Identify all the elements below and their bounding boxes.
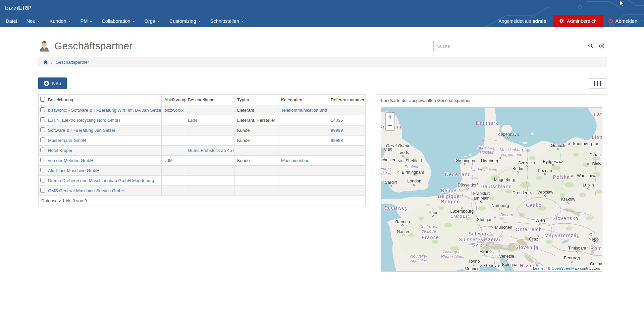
row-checkbox[interactable] xyxy=(40,168,45,172)
row-checkbox[interactable] xyxy=(40,107,45,112)
menu-item-label: Neu xyxy=(26,18,36,24)
row-checkbox[interactable] xyxy=(40,188,45,193)
city-marker xyxy=(526,165,528,167)
partner-link[interactable]: bizzworxx xyxy=(164,108,183,113)
partner-link[interactable]: Gutes Frühstück ab 45 € xyxy=(188,148,234,153)
column-header-5[interactable]: Kategorien xyxy=(278,95,328,105)
abmelden-button[interactable]: Abmelden xyxy=(603,15,644,27)
menu-item-orga[interactable]: Orga xyxy=(140,15,165,27)
search-button[interactable] xyxy=(585,41,596,51)
menu-item-pm[interactable]: PM xyxy=(75,15,97,27)
row-checkbox[interactable] xyxy=(40,138,45,142)
city-marker xyxy=(506,259,508,261)
cell-kategorien xyxy=(278,186,328,196)
column-header-4[interactable]: Typen xyxy=(234,95,278,105)
partner-link[interactable]: Drema Dreherei und Maschinenbau GmbH Mag… xyxy=(48,178,154,183)
city-marker xyxy=(491,226,493,228)
map[interactable]: KingdomDanmarkNederlandBelgië / Belgique… xyxy=(381,107,602,272)
app-logo[interactable]: bizziERP xyxy=(5,4,32,11)
cell-beschreibung xyxy=(185,105,234,115)
zoom-out-button[interactable]: − xyxy=(386,121,394,130)
table-row: Software & IT-Beratung Jan SetzerKunde99… xyxy=(39,125,366,136)
breadcrumb-separator: / xyxy=(51,60,53,65)
map-label-country: Nederland xyxy=(445,172,471,177)
leaflet-link[interactable]: Leaflet xyxy=(533,266,545,270)
openstreetmap-link[interactable]: OpenStreetMap xyxy=(552,266,579,270)
menu-item-neu[interactable]: Neu xyxy=(22,15,45,27)
partner-link[interactable]: Maschinenbau xyxy=(281,158,310,163)
content-area: Geschäftspartner / Geschäft xyxy=(0,40,644,276)
row-checkbox[interactable] xyxy=(40,148,45,152)
cell-beschreibung xyxy=(185,166,234,176)
partner-link[interactable]: GMS General-Maschine-Service GmbH xyxy=(48,188,124,193)
column-header-6[interactable]: Referenznummer xyxy=(328,95,366,105)
partner-link[interactable]: Telekommunikation und IT xyxy=(281,108,328,113)
map-label-city: Leeds xyxy=(397,150,409,155)
menu-item-datei[interactable]: Datei xyxy=(1,15,22,27)
breadcrumb-current[interactable]: Geschäftspartner xyxy=(56,60,89,65)
cell-bezeichnung: Software & IT-Beratung Jan Setzer xyxy=(45,125,162,136)
cell-typen: Lieferant, Hersteller xyxy=(234,115,278,125)
row-checkbox[interactable] xyxy=(40,158,45,162)
cell-referenznummer: 99998 xyxy=(328,136,366,146)
column-header-3[interactable]: Beschreibung xyxy=(185,95,234,105)
partner-link[interactable]: 99999 xyxy=(331,128,343,133)
table-row: Mustermann GmbHKunde99998 xyxy=(39,136,366,146)
cell-abkuerzung xyxy=(162,125,185,136)
menu-item-kunden[interactable]: Kunden xyxy=(45,15,75,27)
clear-search-button[interactable] xyxy=(596,41,607,51)
partner-link[interactable]: bizzworxx - Software & IT-Beratung Wirt.… xyxy=(48,108,162,113)
column-header-1[interactable]: Bezeichnung xyxy=(45,95,162,105)
cell-typen xyxy=(234,146,278,156)
partner-link[interactable]: ERN xyxy=(188,118,197,123)
city-marker xyxy=(537,235,539,237)
zoom-in-button[interactable]: + xyxy=(386,113,394,121)
map-label-region: Niedersachsen xyxy=(470,168,497,173)
partner-link[interactable]: Alu-Plast-Maschine GmbH xyxy=(48,168,99,173)
table-row: von der Mehden GmbHvdMKundeMaschinenbau xyxy=(39,156,366,166)
type-value: Lieferant, Hersteller xyxy=(237,118,275,123)
map-label-city: Nantes xyxy=(397,229,410,234)
cell-bezeichnung: Alu-Plast-Maschine GmbH xyxy=(45,166,162,176)
new-button[interactable]: Neu xyxy=(38,77,67,89)
menu-item-collaboration[interactable]: Collaboration xyxy=(97,15,140,27)
cell-typen xyxy=(234,166,278,176)
logged-in-text: Angemeldet als admin xyxy=(498,15,546,27)
partner-link[interactable]: Software & IT-Beratung Jan Setzer xyxy=(48,128,115,133)
map-label-city: Калининград xyxy=(573,142,598,146)
partner-link[interactable]: Hotel Krüger xyxy=(48,148,72,153)
menu-item-customizing[interactable]: Customizing xyxy=(165,15,206,27)
row-checkbox[interactable] xyxy=(40,178,45,182)
chevron-down-icon xyxy=(157,21,160,22)
menu-item-label: Schnittstellen xyxy=(210,18,239,24)
columns-button[interactable] xyxy=(588,78,607,89)
map-label-country: Latv xyxy=(594,112,602,117)
type-value: Kunde xyxy=(237,158,250,163)
adminbereich-button[interactable]: Adminbereich xyxy=(553,15,603,27)
cell-bezeichnung: bizzworxx - Software & IT-Beratung Wirt.… xyxy=(45,105,162,115)
row-checkbox[interactable] xyxy=(40,117,45,122)
map-label-city: Monaco xyxy=(465,267,479,271)
city-marker xyxy=(498,264,500,266)
city-marker xyxy=(539,223,541,225)
partner-link[interactable]: E.R.N. Elektro Recycling Nord GmbH xyxy=(48,118,120,123)
navbar: bizziERP DateiNeuKundenPMCollaborationOr… xyxy=(0,0,644,27)
map-label-country: Slovenija xyxy=(515,245,538,250)
menu-item-schnittstellen[interactable]: Schnittstellen xyxy=(206,15,249,27)
cell-beschreibung: Gutes Frühstück ab 45 € xyxy=(185,146,234,156)
cell-abkuerzung xyxy=(162,136,185,146)
city-marker xyxy=(432,215,434,217)
select-all-checkbox[interactable] xyxy=(40,97,45,102)
partner-link[interactable]: von der Mehden GmbH xyxy=(48,158,93,163)
partner-link[interactable]: 99998 xyxy=(331,138,343,143)
cell-beschreibung: ERN xyxy=(185,115,234,125)
partner-link[interactable]: 14036 xyxy=(331,118,343,123)
partner-link[interactable]: Mustermann GmbH xyxy=(48,138,86,143)
search-icon xyxy=(588,43,593,49)
row-checkbox[interactable] xyxy=(40,127,45,132)
column-header-2[interactable]: Abkürzung xyxy=(162,95,185,105)
partner-link[interactable]: vdM xyxy=(164,158,173,163)
home-icon[interactable] xyxy=(43,60,48,65)
search-input[interactable] xyxy=(433,41,585,51)
table-row: GMS General-Maschine-Service GmbH xyxy=(39,186,366,196)
